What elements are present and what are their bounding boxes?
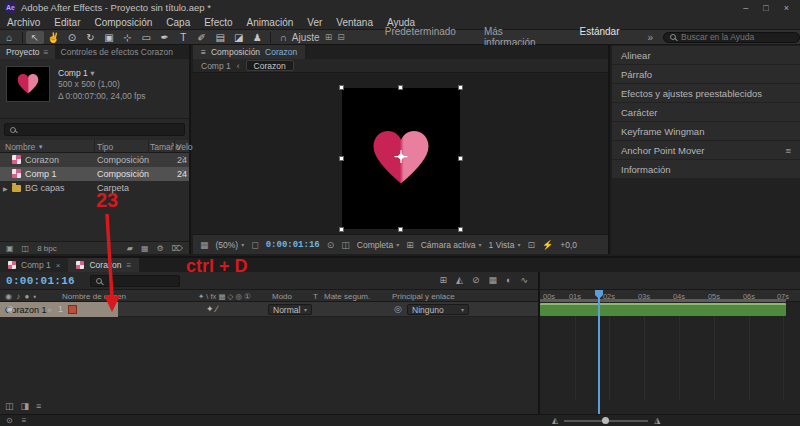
heart-layer-graphic[interactable]	[369, 128, 433, 187]
pixel-aspect-icon[interactable]: ⊡	[527, 240, 535, 250]
grid-guides-icon[interactable]: ▦	[200, 240, 209, 250]
workspace-overflow-button[interactable]: »	[648, 32, 654, 43]
panel-menu-icon[interactable]: ≡	[44, 47, 49, 57]
twirl-icon[interactable]: ▶	[3, 185, 8, 192]
new-folder-icon[interactable]: ▰	[127, 244, 133, 253]
panel-caracter[interactable]: Carácter	[612, 103, 800, 121]
menu-ventana[interactable]: Ventana	[329, 17, 380, 28]
panel-alinear[interactable]: Alinear	[612, 46, 800, 64]
snap-label[interactable]: Ajuste	[292, 32, 320, 43]
column-nombre[interactable]: Nombre	[5, 142, 35, 152]
layer-row-corazon-1[interactable]: ◉ ▶ 1 Corazon 1 ✦ ∕ Normal ▾ ◎ Ninguno ▾	[0, 302, 538, 317]
project-row-bg-capas[interactable]: ▶ BG capas Carpeta	[0, 181, 189, 195]
menu-archivo[interactable]: Archivo	[0, 17, 47, 28]
roi-icon[interactable]: ◻	[251, 240, 258, 250]
timeline-search-input[interactable]	[107, 276, 174, 286]
timeline-tab-comp1[interactable]: Comp 1 ×	[0, 258, 68, 272]
type-tool[interactable]: T	[174, 31, 193, 44]
close-button[interactable]: ×	[784, 3, 789, 13]
column-tipo[interactable]: Tipo	[97, 142, 113, 152]
selection-handle[interactable]	[458, 156, 463, 161]
eraser-tool[interactable]: ◪	[230, 31, 249, 44]
region-of-interest-icon[interactable]: ⊞	[406, 240, 414, 250]
blend-mode-select[interactable]: Normal ▾	[268, 304, 312, 315]
project-row-corazon[interactable]: Corazon Composición 24 ⋮	[0, 153, 189, 167]
timeline-tab-corazon[interactable]: Corazon ≡	[68, 258, 139, 272]
composition-viewer[interactable]	[193, 73, 608, 234]
color-depth-button[interactable]: 8 bpc	[37, 244, 57, 253]
timeline-graph-area[interactable]: 00s 01s 02s 03s 04s 05s 06s 07s	[538, 272, 800, 414]
panel-keyframe-wingman[interactable]: Keyframe Wingman	[612, 122, 800, 140]
zoom-in-icon[interactable]: ◮	[654, 416, 660, 425]
panel-anchor-point-mover[interactable]: Anchor Point Mover ≡	[612, 141, 800, 159]
snap-option-icon-1[interactable]: ⊞	[325, 32, 333, 42]
layer-switches[interactable]: ✦ ∕	[206, 304, 218, 314]
comp-flowchart-icon[interactable]: ⊞	[439, 275, 447, 285]
parent-link-header[interactable]: Principal y enlace	[392, 292, 455, 301]
project-row-comp1[interactable]: Comp 1 Composición 24 ⋮	[0, 167, 189, 181]
project-search-input[interactable]	[21, 125, 179, 135]
expand-layer-switches-icon[interactable]: ◫	[5, 401, 14, 411]
comp-timecode[interactable]: 0:00:01:16	[266, 240, 320, 250]
pen-tool[interactable]: ✒	[155, 31, 174, 44]
proxy-icon[interactable]: ◫	[22, 244, 30, 253]
delete-icon[interactable]: ⌦	[172, 244, 183, 253]
menu-capa[interactable]: Capa	[159, 17, 197, 28]
new-composition-icon[interactable]: ▦	[141, 244, 149, 253]
shape-tool[interactable]: ▭	[137, 31, 156, 44]
resolution-select[interactable]: Completa ▾	[357, 240, 399, 250]
selection-handle[interactable]	[458, 227, 463, 232]
view-layout-select[interactable]: 1 Vista ▾	[489, 240, 521, 250]
help-search-box[interactable]	[663, 32, 800, 43]
layer-color-chip[interactable]	[68, 305, 77, 314]
clone-stamp-tool[interactable]: ▤	[211, 31, 230, 44]
zoom-tool[interactable]: ⊙	[63, 31, 82, 44]
pickwhip-icon[interactable]: ◎	[394, 304, 402, 314]
menu-efecto[interactable]: Efecto	[197, 17, 239, 28]
camera-select[interactable]: Cámara activa ▾	[421, 240, 482, 250]
zoom-slider[interactable]	[564, 420, 648, 422]
maximize-button[interactable]: □	[763, 3, 768, 13]
statusbar-menu-icon[interactable]: ≡	[22, 416, 27, 425]
tab-proyecto[interactable]: Proyecto ≡	[0, 45, 55, 59]
mode-header[interactable]: Modo	[272, 292, 292, 301]
home-button[interactable]: ⌂	[0, 31, 19, 44]
snapshot-icon[interactable]: ⊙	[327, 240, 335, 250]
expand-in-out-icon[interactable]: ≡	[36, 401, 41, 411]
selection-handle[interactable]	[398, 85, 403, 90]
expand-transfer-controls-icon[interactable]: ◨	[21, 401, 30, 411]
exposure-value[interactable]: +0,0	[560, 240, 577, 250]
composition-stage[interactable]	[342, 88, 460, 229]
panel-parrafo[interactable]: Párrafo	[612, 65, 800, 83]
frame-blend-icon[interactable]: ▦	[489, 275, 498, 285]
current-time-indicator[interactable]	[598, 290, 600, 414]
close-icon[interactable]: ×	[56, 261, 61, 270]
graph-editor-icon[interactable]: ∿	[520, 275, 528, 285]
menu-animacion[interactable]: Animación	[240, 17, 301, 28]
work-area-bar[interactable]	[540, 299, 786, 302]
orbit-camera-tool[interactable]: ↻	[81, 31, 100, 44]
panel-menu-icon[interactable]: ≡	[127, 261, 132, 270]
track-matte-header[interactable]: Mate segum.	[324, 292, 370, 301]
panel-efectos-y-ajustes[interactable]: Efectos y ajustes preestablecidos	[612, 84, 800, 102]
selection-handle[interactable]	[458, 85, 463, 90]
fast-previews-icon[interactable]: ⚡	[542, 240, 553, 250]
magnification-select[interactable]: (50%) ▾	[216, 240, 245, 250]
timeline-timecode[interactable]: 0:00:01:16	[6, 275, 75, 287]
source-name-header[interactable]: Nombre de origen	[62, 292, 126, 301]
panel-menu-icon[interactable]: ≡	[201, 47, 206, 57]
panel-informacion[interactable]: Información	[612, 160, 800, 178]
parent-select[interactable]: Ninguno ▾	[407, 304, 469, 315]
minimize-button[interactable]: –	[743, 3, 748, 13]
selection-handle[interactable]	[339, 85, 344, 90]
show-channel-icon[interactable]: ◫	[341, 240, 350, 250]
timeline-zoom-control[interactable]: ◭ ◮	[552, 416, 660, 425]
menu-editar[interactable]: Editar	[47, 17, 87, 28]
pan-behind-tool[interactable]: ⊹	[118, 31, 137, 44]
project-settings-icon[interactable]: ⚙	[157, 244, 164, 253]
brush-tool[interactable]: ✐	[192, 31, 211, 44]
tab-controles-de-efectos[interactable]: Controles de efectos Corazon	[55, 45, 179, 59]
selection-tool[interactable]: ↖	[26, 31, 45, 44]
help-search-input[interactable]	[681, 32, 793, 42]
selection-handle[interactable]	[339, 156, 344, 161]
